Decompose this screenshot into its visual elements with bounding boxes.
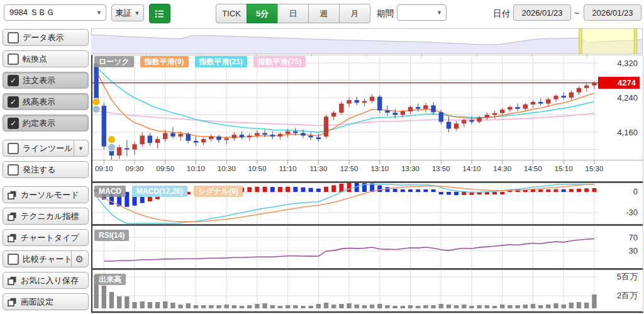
macd-histogram-bar (217, 189, 221, 192)
candle (538, 102, 543, 104)
chevron-down-icon[interactable]: ▼ (74, 140, 86, 156)
time-axis-label: 09:10 (95, 165, 113, 172)
chevron-down-icon: ▼ (135, 10, 140, 16)
rsi-axis-label: 70 (629, 233, 638, 242)
volume-bar (178, 305, 182, 308)
volume-bar (262, 303, 267, 308)
volume-bar (385, 305, 389, 308)
time-axis-label: 14:30 (493, 165, 511, 172)
candle (546, 99, 550, 104)
volume-bar (339, 304, 343, 308)
watchlist-button[interactable] (149, 4, 170, 23)
sidebar-item-balance-display[interactable]: ✓ 残高表示 (3, 93, 89, 110)
sidebar-item-compare-chart[interactable]: 比較チャート ⚙ (3, 250, 89, 267)
symbol-select-value: 9984 ＳＢＧ (9, 7, 55, 18)
macd-histogram-bar (408, 189, 413, 192)
candle (286, 132, 290, 134)
checkbox-icon: ✓ (8, 96, 19, 108)
period-range-select[interactable]: ▼ (397, 4, 447, 21)
sidebar-item-technical-indicator[interactable]: テクニカル指標 (3, 208, 89, 225)
sidebar-item-chart-type[interactable]: チャートタイプ (3, 229, 89, 246)
sidebar-item-place-order[interactable]: 発注する (3, 161, 89, 178)
timeframe-tab-month[interactable]: 月 (339, 4, 370, 23)
symbol-select[interactable]: 9984 ＳＢＧ ▼ (4, 4, 106, 21)
timeframe-tab-week[interactable]: 週 (308, 4, 340, 23)
candle (377, 97, 382, 111)
volume-axis-label: 5百万 (617, 272, 638, 281)
macd-histogram-bar (316, 189, 321, 192)
candle (347, 100, 351, 104)
candle (316, 137, 321, 139)
candle (278, 134, 282, 137)
checkbox-icon (8, 164, 19, 176)
macd-histogram-bar (201, 189, 206, 192)
sidebar-item-order-display[interactable]: ✓ 注文表示 (3, 72, 89, 89)
volume-axis-label: 2百万 (617, 291, 638, 300)
gear-icon[interactable]: ⚙ (71, 251, 86, 267)
sidebar-item-cursor-mode[interactable]: カーソルモード (3, 186, 89, 203)
navigator-handle-left[interactable] (579, 29, 582, 54)
volume-bar (454, 305, 458, 308)
volume-bar (370, 305, 374, 308)
candle (163, 133, 167, 139)
volume-bar (194, 305, 198, 308)
candle (454, 123, 458, 128)
checkbox-icon: ✓ (8, 118, 19, 129)
time-axis-label: 09:30 (126, 165, 144, 172)
checkbox-icon (8, 254, 19, 265)
volume-bar (155, 302, 160, 308)
volume-bar (447, 305, 451, 308)
period-label: 期間 (377, 8, 394, 20)
volume-bar (477, 305, 481, 308)
volume-bar (492, 306, 497, 308)
timeframe-tab-day[interactable]: 日 (277, 4, 309, 23)
macd-histogram-bar (423, 189, 428, 192)
macd-histogram-bar (562, 189, 566, 192)
sidebar-item-execution-display[interactable]: ✓ 約定表示 (3, 115, 89, 132)
time-axis-label: 12:50 (340, 165, 358, 172)
price-axis-label: 4,160 (617, 128, 638, 137)
macd-histogram-bar (225, 189, 229, 192)
timeframe-group: TICK 5分 日 週 月 (216, 4, 370, 23)
navigator-selection[interactable] (580, 29, 636, 54)
candle (553, 96, 558, 99)
sidebar-item-save-favorite[interactable]: お気に入り保存 (3, 272, 89, 289)
volume-bar (561, 305, 565, 308)
candle (462, 120, 466, 124)
current-price-value: 4274 (618, 78, 636, 87)
candle (515, 107, 519, 109)
timeframe-tab-tick[interactable]: TICK (216, 4, 247, 23)
date-to-input[interactable] (584, 4, 641, 21)
time-axis-label: 15:10 (555, 165, 573, 172)
chart-canvas[interactable]: 09:1009:3009:5010:1010:3010:5011:1011:30… (91, 25, 644, 314)
volume-bar (240, 306, 244, 308)
ema9-line (96, 71, 594, 138)
macd-histogram-bar (293, 187, 297, 192)
list-icon (154, 8, 165, 20)
market-select[interactable]: 東証 ▼ (111, 4, 144, 21)
candle (125, 148, 129, 149)
sidebar-item-data-display[interactable]: データ表示 (3, 29, 89, 46)
time-axis-label: 10:10 (187, 165, 205, 172)
sidebar-item-label: チャートタイプ (21, 232, 79, 244)
navigator-handle-right[interactable] (634, 29, 637, 54)
sidebar-item-line-tool[interactable]: ラインツール ▼ (3, 140, 89, 157)
macd-histogram-bar (546, 189, 550, 192)
macd-histogram-bar (439, 192, 443, 194)
sidebar-item-turning-point[interactable]: 転換点 (3, 50, 89, 67)
date-from-input[interactable] (513, 4, 571, 21)
volume-bar (293, 305, 297, 308)
macd-histogram-bar (232, 188, 236, 192)
volume-bar (301, 306, 305, 308)
candle (140, 136, 144, 145)
sidebar-item-screen-settings[interactable]: 画面設定 (3, 293, 89, 310)
sidebar-item-label: 注文表示 (23, 75, 55, 86)
window-copy-icon (8, 212, 17, 221)
sidebar: データ表示 転換点 ✓ 注文表示 ✓ 残高表示 ✓ 約定表示 ラインツール ▼ … (0, 26, 91, 314)
macd-histogram-bar (155, 192, 160, 199)
timeframe-tab-5min[interactable]: 5分 (247, 4, 278, 23)
volume-bar (170, 303, 175, 308)
macd-histogram-bar (339, 184, 343, 192)
macd-histogram-bar (179, 192, 183, 194)
volume-bar (278, 306, 282, 308)
